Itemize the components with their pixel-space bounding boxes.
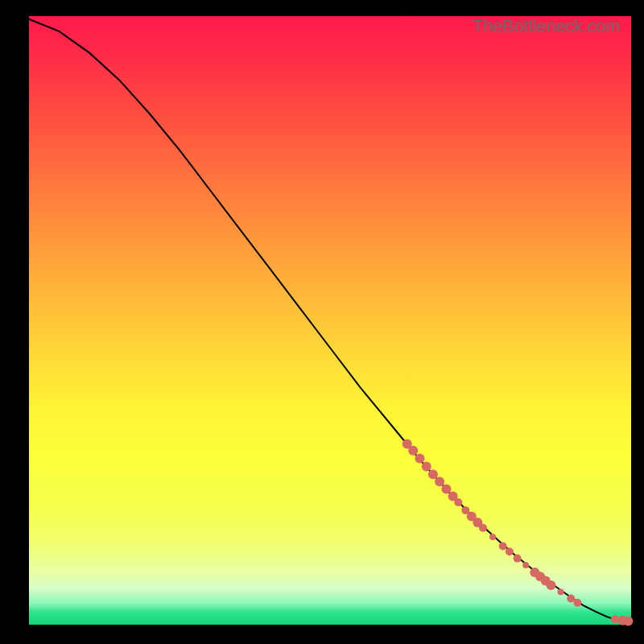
data-point: [514, 555, 522, 563]
data-point: [623, 617, 633, 626]
chart-frame: TheBottleneck.com: [0, 0, 644, 644]
data-point: [454, 498, 462, 506]
data-point: [499, 543, 507, 551]
data-point: [558, 588, 564, 595]
data-point: [422, 461, 431, 471]
chart-svg: [29, 16, 631, 625]
bottleneck-curve: [29, 19, 631, 621]
data-point: [567, 595, 575, 603]
data-point: [547, 580, 556, 590]
data-point: [573, 599, 581, 607]
data-point: [435, 477, 444, 486]
data-point: [408, 446, 418, 456]
data-point: [479, 524, 487, 532]
data-point: [441, 484, 451, 493]
scatter-group: [402, 440, 634, 626]
plot-area: TheBottleneck.com: [29, 16, 631, 625]
data-point: [611, 615, 619, 623]
data-point: [489, 534, 496, 540]
data-point: [506, 547, 514, 555]
data-point: [428, 469, 438, 479]
data-point: [415, 454, 425, 464]
data-point: [522, 562, 529, 568]
